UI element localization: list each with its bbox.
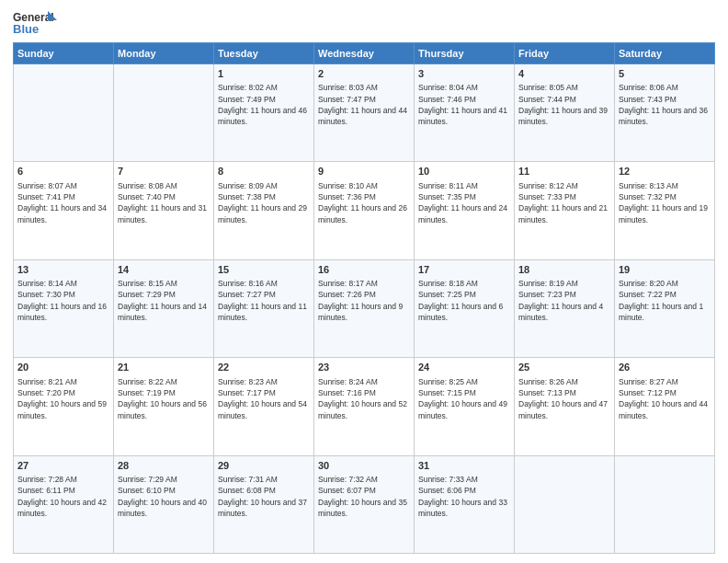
calendar-cell: 16Sunrise: 8:17 AMSunset: 7:26 PMDayligh… — [314, 259, 415, 357]
cell-info: Sunrise: 7:29 AMSunset: 6:10 PMDaylight:… — [118, 474, 210, 519]
day-number: 8 — [218, 165, 310, 178]
day-number: 22 — [218, 361, 310, 374]
logo: GeneralBlue — [13, 9, 59, 37]
calendar-cell: 13Sunrise: 8:14 AMSunset: 7:30 PMDayligh… — [14, 259, 114, 357]
calendar-cell: 14Sunrise: 8:15 AMSunset: 7:29 PMDayligh… — [114, 259, 214, 357]
week-row-4: 27Sunrise: 7:28 AMSunset: 6:11 PMDayligh… — [14, 455, 715, 553]
day-number: 11 — [518, 165, 610, 178]
svg-text:Blue: Blue — [13, 22, 39, 36]
calendar-cell: 25Sunrise: 8:26 AMSunset: 7:13 PMDayligh… — [515, 358, 615, 455]
cell-info: Sunrise: 8:11 AMSunset: 7:35 PMDaylight:… — [418, 180, 510, 225]
day-number: 19 — [619, 263, 711, 277]
calendar-cell: 15Sunrise: 8:16 AMSunset: 7:27 PMDayligh… — [214, 259, 314, 357]
cell-info: Sunrise: 7:31 AMSunset: 6:08 PMDaylight:… — [218, 474, 310, 519]
day-number: 4 — [518, 67, 610, 81]
cell-info: Sunrise: 8:25 AMSunset: 7:15 PMDaylight:… — [418, 376, 510, 421]
cell-info: Sunrise: 8:08 AMSunset: 7:40 PMDaylight:… — [118, 180, 210, 225]
header-row: SundayMondayTuesdayWednesdayThursdayFrid… — [14, 43, 715, 64]
cell-info: Sunrise: 8:18 AMSunset: 7:25 PMDaylight:… — [418, 278, 510, 323]
day-number: 15 — [218, 263, 310, 277]
calendar-cell: 22Sunrise: 8:23 AMSunset: 7:17 PMDayligh… — [214, 358, 314, 455]
day-number: 23 — [318, 361, 410, 374]
cell-info: Sunrise: 8:10 AMSunset: 7:36 PMDaylight:… — [318, 180, 410, 225]
calendar-cell: 5Sunrise: 8:06 AMSunset: 7:43 PMDaylight… — [615, 64, 715, 162]
col-header-monday: Monday — [114, 43, 214, 64]
calendar-cell: 20Sunrise: 8:21 AMSunset: 7:20 PMDayligh… — [14, 358, 114, 455]
calendar-cell: 18Sunrise: 8:19 AMSunset: 7:23 PMDayligh… — [515, 259, 615, 357]
calendar-cell — [114, 64, 214, 162]
calendar-cell: 27Sunrise: 7:28 AMSunset: 6:11 PMDayligh… — [14, 455, 114, 553]
cell-info: Sunrise: 8:12 AMSunset: 7:33 PMDaylight:… — [518, 180, 610, 225]
calendar-cell: 10Sunrise: 8:11 AMSunset: 7:35 PMDayligh… — [415, 162, 515, 259]
week-row-2: 13Sunrise: 8:14 AMSunset: 7:30 PMDayligh… — [14, 259, 715, 357]
week-row-3: 20Sunrise: 8:21 AMSunset: 7:20 PMDayligh… — [14, 358, 715, 455]
calendar-cell: 17Sunrise: 8:18 AMSunset: 7:25 PMDayligh… — [415, 259, 515, 357]
cell-info: Sunrise: 8:17 AMSunset: 7:26 PMDaylight:… — [318, 278, 410, 323]
day-number: 13 — [17, 263, 109, 277]
day-number: 12 — [619, 165, 711, 178]
day-number: 24 — [418, 361, 510, 374]
calendar-cell: 21Sunrise: 8:22 AMSunset: 7:19 PMDayligh… — [114, 358, 214, 455]
calendar-cell — [515, 455, 615, 553]
calendar-cell: 1Sunrise: 8:02 AMSunset: 7:49 PMDaylight… — [214, 64, 314, 162]
day-number: 16 — [318, 263, 410, 277]
day-number: 30 — [318, 459, 410, 473]
day-number: 18 — [518, 263, 610, 277]
cell-info: Sunrise: 8:23 AMSunset: 7:17 PMDaylight:… — [218, 376, 310, 421]
week-row-1: 6Sunrise: 8:07 AMSunset: 7:41 PMDaylight… — [14, 162, 715, 259]
calendar-cell: 4Sunrise: 8:05 AMSunset: 7:44 PMDaylight… — [515, 64, 615, 162]
cell-info: Sunrise: 8:05 AMSunset: 7:44 PMDaylight:… — [518, 82, 610, 127]
calendar-cell: 3Sunrise: 8:04 AMSunset: 7:46 PMDaylight… — [415, 64, 515, 162]
calendar-cell — [615, 455, 715, 553]
calendar-cell: 26Sunrise: 8:27 AMSunset: 7:12 PMDayligh… — [615, 358, 715, 455]
cell-info: Sunrise: 7:33 AMSunset: 6:06 PMDaylight:… — [418, 474, 510, 519]
day-number: 31 — [418, 459, 510, 473]
calendar-table: SundayMondayTuesdayWednesdayThursdayFrid… — [13, 42, 715, 554]
calendar-cell: 6Sunrise: 8:07 AMSunset: 7:41 PMDaylight… — [14, 162, 114, 259]
cell-info: Sunrise: 8:02 AMSunset: 7:49 PMDaylight:… — [218, 82, 310, 127]
header: GeneralBlue — [13, 9, 715, 37]
cell-info: Sunrise: 8:04 AMSunset: 7:46 PMDaylight:… — [418, 82, 510, 127]
day-number: 9 — [318, 165, 410, 178]
col-header-tuesday: Tuesday — [214, 43, 314, 64]
day-number: 25 — [518, 361, 610, 374]
calendar-cell: 29Sunrise: 7:31 AMSunset: 6:08 PMDayligh… — [214, 455, 314, 553]
day-number: 10 — [418, 165, 510, 178]
cell-info: Sunrise: 8:07 AMSunset: 7:41 PMDaylight:… — [17, 180, 109, 225]
calendar-cell: 19Sunrise: 8:20 AMSunset: 7:22 PMDayligh… — [615, 259, 715, 357]
col-header-friday: Friday — [515, 43, 615, 64]
day-number: 27 — [17, 459, 109, 473]
calendar-cell: 9Sunrise: 8:10 AMSunset: 7:36 PMDaylight… — [314, 162, 415, 259]
cell-info: Sunrise: 8:22 AMSunset: 7:19 PMDaylight:… — [118, 376, 210, 421]
calendar-cell: 30Sunrise: 7:32 AMSunset: 6:07 PMDayligh… — [314, 455, 415, 553]
day-number: 29 — [218, 459, 310, 473]
logo-svg: GeneralBlue — [13, 9, 59, 37]
cell-info: Sunrise: 7:28 AMSunset: 6:11 PMDaylight:… — [17, 474, 109, 519]
cell-info: Sunrise: 7:32 AMSunset: 6:07 PMDaylight:… — [318, 474, 410, 519]
day-number: 6 — [17, 165, 109, 178]
col-header-thursday: Thursday — [415, 43, 515, 64]
cell-info: Sunrise: 8:03 AMSunset: 7:47 PMDaylight:… — [318, 82, 410, 127]
cell-info: Sunrise: 8:09 AMSunset: 7:38 PMDaylight:… — [218, 180, 310, 225]
day-number: 1 — [218, 67, 310, 81]
calendar-cell — [14, 64, 114, 162]
day-number: 28 — [118, 459, 210, 473]
page: GeneralBlue SundayMondayTuesdayWednesday… — [0, 0, 728, 563]
cell-info: Sunrise: 8:19 AMSunset: 7:23 PMDaylight:… — [518, 278, 610, 323]
cell-info: Sunrise: 8:24 AMSunset: 7:16 PMDaylight:… — [318, 376, 410, 421]
day-number: 21 — [118, 361, 210, 374]
cell-info: Sunrise: 8:27 AMSunset: 7:12 PMDaylight:… — [619, 376, 711, 421]
week-row-0: 1Sunrise: 8:02 AMSunset: 7:49 PMDaylight… — [14, 64, 715, 162]
calendar-cell: 2Sunrise: 8:03 AMSunset: 7:47 PMDaylight… — [314, 64, 415, 162]
day-number: 5 — [619, 67, 711, 81]
day-number: 7 — [118, 165, 210, 178]
calendar-cell: 11Sunrise: 8:12 AMSunset: 7:33 PMDayligh… — [515, 162, 615, 259]
cell-info: Sunrise: 8:16 AMSunset: 7:27 PMDaylight:… — [218, 278, 310, 323]
cell-info: Sunrise: 8:20 AMSunset: 7:22 PMDaylight:… — [619, 278, 711, 323]
day-number: 3 — [418, 67, 510, 81]
calendar-cell: 8Sunrise: 8:09 AMSunset: 7:38 PMDaylight… — [214, 162, 314, 259]
col-header-wednesday: Wednesday — [314, 43, 415, 64]
cell-info: Sunrise: 8:06 AMSunset: 7:43 PMDaylight:… — [619, 82, 711, 127]
day-number: 17 — [418, 263, 510, 277]
calendar-cell: 23Sunrise: 8:24 AMSunset: 7:16 PMDayligh… — [314, 358, 415, 455]
